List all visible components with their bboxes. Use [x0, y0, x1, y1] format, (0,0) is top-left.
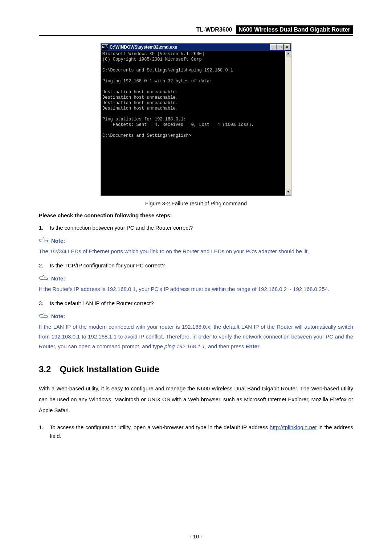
- note-label: Note:: [51, 313, 65, 319]
- minimize-button[interactable]: _: [270, 44, 277, 50]
- note-heading: Note:: [39, 313, 353, 320]
- pointing-hand-icon: [39, 237, 48, 244]
- step-text: Is the default LAN IP of the Router corr…: [50, 299, 353, 308]
- note-3-part-c: .: [260, 343, 261, 349]
- access-step-1: 1. To access the configuration utility, …: [39, 423, 353, 440]
- step-text: Is the TCP/IP configuration for your PC …: [50, 261, 353, 270]
- model-description: N600 Wireless Dual Band Gigabit Router: [236, 25, 353, 34]
- maximize-button[interactable]: □: [277, 44, 283, 50]
- step-1: 1. Is the connection between your PC and…: [39, 223, 353, 232]
- cmd-app-icon: C:\: [102, 44, 108, 50]
- step-text: Is the connection between your PC and th…: [50, 223, 353, 232]
- step-number: 3.: [39, 299, 50, 308]
- note-3-command: ping 192.168.1.1: [164, 343, 205, 349]
- pointing-hand-icon: [39, 275, 48, 282]
- cmd-output: Microsoft Windows XP [Version 5.1.2600] …: [101, 51, 285, 196]
- page-number: - 10 -: [0, 533, 392, 539]
- intro-paragraph: With a Web-based utility, it is easy to …: [39, 383, 353, 416]
- note-3-body: If the LAN IP of the modem connected wit…: [39, 322, 353, 351]
- section-title: Quick Installation Guide: [60, 364, 159, 374]
- scroll-down-button[interactable]: ▼: [285, 189, 291, 196]
- check-heading: Please check the connection following th…: [39, 212, 353, 218]
- note-label: Note:: [51, 275, 65, 282]
- note-3-enter: Enter: [246, 343, 260, 349]
- step-number: 1.: [39, 223, 50, 232]
- note-1-body: The 1/2/3/4 LEDs of Ethernet ports which…: [39, 246, 353, 256]
- note-3-part-b: , and then press: [205, 343, 246, 349]
- cmd-window: C:\ C:\WINDOWS\system32\cmd.exe _ □ × Mi…: [101, 43, 291, 196]
- step-2: 2. Is the TCP/IP configuration for your …: [39, 261, 353, 270]
- access-step-part-a: To access the configuration utility, ope…: [50, 424, 270, 430]
- model-label: TL-WDR3600: [196, 25, 236, 34]
- page-header: TL-WDR3600 N600 Wireless Dual Band Gigab…: [39, 25, 353, 36]
- section-heading: 3.2Quick Installation Guide: [39, 364, 353, 374]
- scroll-track[interactable]: [285, 57, 291, 189]
- cmd-title-text: C:\WINDOWS\system32\cmd.exe: [110, 45, 270, 50]
- section-number: 3.2: [39, 364, 51, 374]
- cmd-scrollbar[interactable]: ▲ ▼: [285, 51, 291, 196]
- note-heading: Note:: [39, 275, 353, 282]
- scroll-up-button[interactable]: ▲: [285, 51, 291, 57]
- note-heading: Note:: [39, 237, 353, 244]
- cmd-titlebar: C:\ C:\WINDOWS\system32\cmd.exe _ □ ×: [101, 44, 291, 51]
- figure-caption: Figure 3-2 Failure result of Ping comman…: [39, 200, 353, 206]
- config-url-link[interactable]: http://tplinklogin.net: [270, 424, 317, 430]
- close-button[interactable]: ×: [284, 44, 290, 50]
- note-label: Note:: [51, 238, 65, 244]
- step-text: To access the configuration utility, ope…: [50, 423, 353, 440]
- step-number: 2.: [39, 261, 50, 270]
- step-number: 1.: [39, 423, 50, 440]
- step-3: 3. Is the default LAN IP of the Router c…: [39, 299, 353, 308]
- pointing-hand-icon: [39, 313, 48, 320]
- note-2-body: If the Router's IP address is 192.168.0.…: [39, 284, 353, 294]
